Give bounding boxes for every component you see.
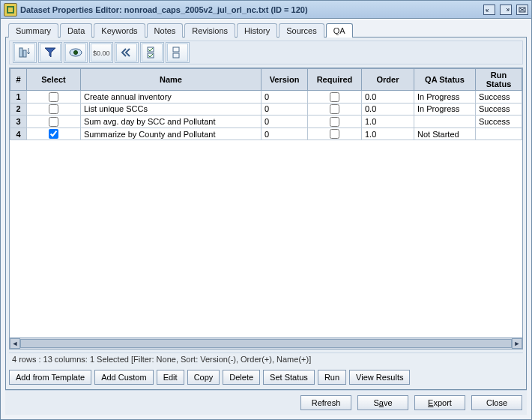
window: Dataset Properties Editor: nonroad_caps_… — [0, 0, 532, 420]
refresh-button[interactable]: Refresh — [300, 395, 351, 410]
add-from-template-button[interactable]: Add from Template — [9, 370, 91, 385]
table-row[interactable]: 2List unique SCCs00.0In ProgressSuccess — [10, 103, 522, 116]
qa-button-row: Add from Template Add Custom Edit Copy D… — [9, 368, 523, 386]
svg-text:$0.00: $0.00 — [93, 50, 110, 57]
col-select[interactable]: Select — [27, 69, 81, 91]
version-cell: 0 — [262, 116, 308, 128]
table-row[interactable]: 3Sum avg. day by SCC and Pollutant01.0Su… — [10, 116, 522, 128]
table-scroll[interactable]: # Select Name Version Required Order QA … — [10, 68, 522, 338]
select-checkbox[interactable] — [49, 104, 58, 114]
add-custom-button[interactable]: Add Custom — [94, 370, 154, 385]
row-number: 2 — [10, 103, 27, 116]
run-button[interactable]: Run — [318, 370, 346, 385]
tab-data[interactable]: Data — [60, 23, 92, 38]
version-cell: 0 — [262, 103, 308, 116]
required-checkbox[interactable] — [330, 117, 339, 127]
delete-button[interactable]: Delete — [223, 370, 260, 385]
svg-rect-10 — [173, 47, 179, 52]
col-name[interactable]: Name — [81, 69, 262, 91]
order-cell: 1.0 — [362, 116, 414, 128]
col-version[interactable]: Version — [262, 69, 308, 91]
close-dialog-button[interactable]: Close — [471, 395, 522, 410]
order-cell: 0.0 — [362, 103, 414, 116]
svg-rect-11 — [173, 53, 179, 58]
col-required[interactable]: Required — [308, 69, 362, 91]
reset-button[interactable] — [116, 44, 137, 62]
set-status-button[interactable]: Set Status — [263, 370, 315, 385]
run-status-cell: Success — [476, 116, 522, 128]
name-cell: Summarize by County and Pollutant — [81, 128, 262, 140]
minimize-button[interactable] — [483, 4, 495, 15]
export-button[interactable]: Export — [414, 395, 465, 410]
select-cell[interactable] — [27, 116, 81, 128]
version-cell: 0 — [262, 91, 308, 104]
col-run-status[interactable]: Run Status — [476, 69, 522, 91]
svg-rect-1 — [8, 8, 13, 12]
select-cell[interactable] — [27, 103, 81, 116]
window-title: Dataset Properties Editor: nonroad_caps_… — [20, 5, 480, 14]
table-toolbar: $0.00 — [9, 40, 523, 64]
scroll-left-icon[interactable]: ◄ — [10, 338, 20, 349]
required-cell[interactable] — [308, 91, 362, 104]
save-button[interactable]: Save — [357, 395, 408, 410]
tab-notes[interactable]: Notes — [147, 23, 184, 38]
order-cell: 0.0 — [362, 91, 414, 104]
content-area: Summary Data Keywords Notes Revisions Hi… — [1, 19, 531, 419]
required-checkbox[interactable] — [330, 92, 339, 102]
table-row[interactable]: 1Create annual inventory00.0In ProgressS… — [10, 91, 522, 104]
dialog-footer: Refresh Save Export Close — [5, 390, 527, 415]
close-button[interactable] — [516, 4, 528, 15]
view-results-button[interactable]: View Results — [349, 370, 410, 385]
table-container: # Select Name Version Required Order QA … — [9, 68, 523, 350]
format-button[interactable]: $0.00 — [91, 44, 112, 62]
sort-button[interactable] — [14, 44, 35, 62]
required-cell[interactable] — [308, 128, 362, 140]
required-checkbox[interactable] — [330, 129, 339, 139]
table-row[interactable]: 4Summarize by County and Pollutant01.0No… — [10, 128, 522, 140]
header-row: # Select Name Version Required Order QA … — [10, 69, 522, 91]
maximize-button[interactable] — [500, 4, 512, 15]
filter-button[interactable] — [40, 44, 61, 62]
required-cell[interactable] — [308, 116, 362, 128]
tab-keywords[interactable]: Keywords — [94, 23, 145, 38]
svg-rect-3 — [19, 48, 22, 57]
select-checkbox[interactable] — [49, 117, 58, 127]
required-checkbox[interactable] — [330, 104, 339, 114]
tab-qa[interactable]: QA — [326, 23, 353, 38]
col-qa-status[interactable]: QA Status — [414, 69, 476, 91]
clear-selection-button[interactable] — [167, 44, 188, 62]
name-cell: Sum avg. day by SCC and Pollutant — [81, 116, 262, 128]
version-cell: 0 — [262, 128, 308, 140]
select-cell[interactable] — [27, 128, 81, 140]
tab-history[interactable]: History — [237, 23, 277, 38]
svg-point-6 — [74, 51, 78, 55]
row-number: 3 — [10, 116, 27, 128]
select-cell[interactable] — [27, 91, 81, 104]
scroll-thumb[interactable] — [20, 339, 512, 348]
run-status-cell: Success — [476, 91, 522, 104]
status-bar: 4 rows : 13 columns: 1 Selected [Filter:… — [9, 352, 523, 365]
window-buttons — [483, 4, 528, 15]
col-order[interactable]: Order — [362, 69, 414, 91]
select-checkbox[interactable] — [49, 129, 58, 139]
order-cell: 1.0 — [362, 128, 414, 140]
qa-status-cell: Not Started — [414, 128, 476, 140]
required-cell[interactable] — [308, 103, 362, 116]
qa-table: # Select Name Version Required Order QA … — [10, 68, 522, 140]
scroll-right-icon[interactable]: ► — [512, 338, 522, 349]
qa-status-cell — [414, 116, 476, 128]
view-button[interactable] — [65, 44, 86, 62]
tab-revisions[interactable]: Revisions — [184, 23, 235, 38]
row-number: 1 — [10, 91, 27, 104]
horizontal-scrollbar[interactable]: ◄ ► — [10, 338, 522, 349]
col-num[interactable]: # — [10, 69, 27, 91]
row-number: 4 — [10, 128, 27, 140]
tab-summary[interactable]: Summary — [8, 23, 58, 38]
select-checkbox[interactable] — [49, 92, 58, 102]
select-all-button[interactable] — [142, 44, 163, 62]
copy-button[interactable]: Copy — [187, 370, 220, 385]
edit-button[interactable]: Edit — [157, 370, 184, 385]
qa-status-cell: In Progress — [414, 91, 476, 104]
svg-rect-4 — [23, 50, 26, 57]
tab-sources[interactable]: Sources — [279, 23, 324, 38]
